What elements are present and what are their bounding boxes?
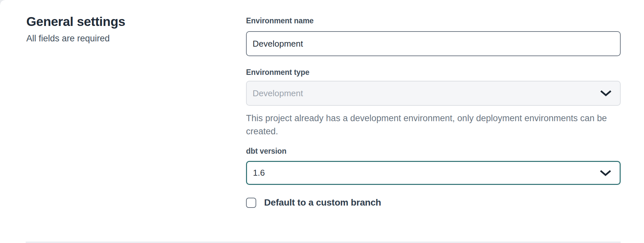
environment-name-input[interactable] xyxy=(246,31,621,56)
dbt-version-select[interactable]: 1.6 xyxy=(246,161,621,185)
custom-branch-checkbox-row[interactable]: Default to a custom branch xyxy=(246,197,381,208)
environment-name-label: Environment name xyxy=(246,16,313,25)
environment-type-select: Development xyxy=(246,81,621,106)
card-corner-decoration xyxy=(0,0,5,5)
custom-branch-label[interactable]: Default to a custom branch xyxy=(264,197,381,208)
dbt-version-label: dbt version xyxy=(246,147,286,156)
environment-type-helper-text: This project already has a development e… xyxy=(246,112,616,138)
dbt-version-value: 1.6 xyxy=(253,168,265,178)
page-subtitle: All fields are required xyxy=(26,33,110,44)
custom-branch-checkbox[interactable] xyxy=(246,198,256,208)
section-divider xyxy=(26,242,621,243)
environment-type-label: Environment type xyxy=(246,68,310,77)
page-title: General settings xyxy=(26,14,125,29)
environment-type-value: Development xyxy=(253,88,303,99)
chevron-down-icon xyxy=(600,90,612,97)
chevron-down-icon xyxy=(599,169,612,177)
